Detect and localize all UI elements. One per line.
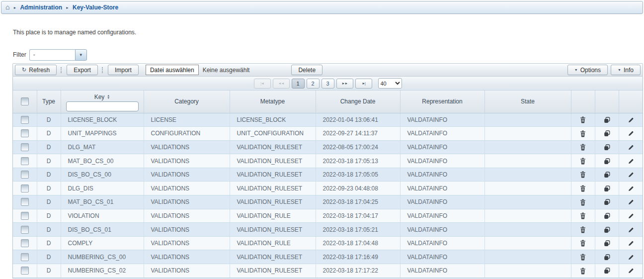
copy-row-button[interactable] (604, 172, 610, 178)
chevron-down-icon: ▼ (574, 68, 578, 72)
row-checkbox[interactable] (21, 129, 29, 137)
edit-row-button[interactable] (628, 268, 634, 274)
table-header-row: Type Key ▲ ▼ Category Metat (13, 91, 643, 113)
copy-icon (604, 254, 610, 261)
copy-row-button[interactable] (604, 227, 610, 233)
options-menu-button[interactable]: ▼ Options (567, 65, 608, 75)
home-icon[interactable]: ⌂ (5, 3, 9, 10)
info-menu-button[interactable]: ▼ Info (611, 65, 641, 75)
edit-row-button[interactable] (628, 130, 634, 137)
filter-dropdown[interactable]: - ▼ (29, 49, 87, 61)
cell-representation: VALDATAINFO (400, 223, 484, 237)
delete-row-button[interactable] (580, 268, 586, 275)
delete-row-button[interactable] (580, 144, 586, 151)
page-description: This place is to manage named configurat… (13, 29, 644, 36)
cell-state (484, 127, 571, 141)
cell-representation: VALDATAINFO (400, 236, 484, 250)
edit-row-button[interactable] (628, 240, 634, 247)
edit-row-button[interactable] (628, 172, 634, 178)
edit-row-button[interactable] (628, 186, 634, 192)
edit-row-button[interactable] (628, 227, 634, 233)
cell-metatype: VALIDATION_RULE (230, 209, 316, 223)
page-button-2[interactable]: 2 (307, 79, 320, 89)
cell-change-date: 2022-01-04 13:06:41 (316, 113, 400, 127)
cell-copy (595, 154, 619, 168)
row-checkbox[interactable] (21, 171, 29, 179)
cell-change-date: 2022-08-05 17:00:24 (316, 140, 400, 154)
row-checkbox[interactable] (21, 157, 29, 165)
row-checkbox[interactable] (21, 253, 29, 261)
row-checkbox[interactable] (21, 143, 29, 151)
copy-row-button[interactable] (604, 213, 610, 219)
previous-page-button[interactable]: ◄◄ (273, 79, 290, 89)
edit-row-button[interactable] (628, 144, 634, 151)
row-checkbox-cell (13, 182, 37, 195)
edit-row-button[interactable] (628, 158, 634, 165)
cell-state (484, 140, 571, 154)
last-page-button[interactable]: ►| (355, 79, 372, 89)
delete-row-button[interactable] (580, 116, 586, 123)
first-page-button[interactable]: |◄ (254, 79, 271, 89)
delete-row-button[interactable] (580, 171, 586, 178)
page-button-1[interactable]: 1 (292, 79, 305, 89)
row-checkbox[interactable] (21, 212, 29, 220)
cell-type: D (37, 154, 61, 168)
cell-change-date: 2022-03-18 17:05:13 (316, 154, 400, 168)
copy-row-button[interactable] (604, 240, 610, 247)
cell-type: D (37, 168, 61, 182)
cell-representation: VALDATAINFO (400, 264, 484, 278)
next-page-button[interactable]: ►► (336, 79, 353, 89)
select-all-checkbox[interactable] (21, 97, 29, 105)
copy-row-button[interactable] (604, 186, 610, 192)
table-row: D NUMBERING_CS_00 VALIDATIONS VALIDATION… (13, 250, 643, 264)
delete-row-button[interactable] (580, 226, 586, 233)
row-checkbox[interactable] (21, 267, 29, 275)
refresh-button[interactable]: ↻ Refresh (15, 65, 57, 75)
export-button[interactable]: Export (67, 65, 98, 75)
sort-icon[interactable]: ▲ ▼ (107, 94, 110, 99)
copy-row-button[interactable] (604, 268, 610, 274)
page-button-3[interactable]: 3 (322, 79, 334, 89)
row-checkbox[interactable] (21, 116, 29, 124)
copy-row-button[interactable] (604, 199, 610, 205)
edit-row-button[interactable] (628, 199, 634, 205)
edit-row-button[interactable] (628, 254, 634, 261)
copy-row-button[interactable] (604, 130, 610, 137)
breadcrumb-administration[interactable]: Administration (20, 4, 62, 11)
delete-row-button[interactable] (580, 254, 586, 261)
column-label-key[interactable]: Key (94, 93, 105, 100)
copy-row-button[interactable] (604, 158, 610, 165)
cell-key: LICENSE_BLOCK (61, 113, 144, 127)
delete-button[interactable]: Delete (291, 65, 322, 75)
import-button[interactable]: Import (108, 65, 139, 75)
cell-delete (571, 209, 595, 223)
options-label: Options (580, 67, 601, 74)
page-size-select[interactable]: 40 (378, 78, 402, 89)
key-value-table: Type Key ▲ ▼ Category Metat (13, 91, 643, 278)
copy-row-button[interactable] (604, 144, 610, 151)
chevron-down-icon[interactable]: ▼ (75, 49, 87, 61)
row-checkbox[interactable] (21, 185, 29, 192)
delete-row-button[interactable] (580, 212, 586, 219)
copy-icon (604, 144, 610, 151)
edit-row-button[interactable] (628, 213, 634, 219)
delete-row-button[interactable] (580, 130, 586, 137)
delete-row-button[interactable] (580, 185, 586, 192)
pencil-icon (628, 213, 634, 219)
refresh-label: Refresh (29, 67, 50, 74)
copy-row-button[interactable] (604, 117, 610, 123)
column-header-type: Type (37, 91, 61, 113)
row-checkbox[interactable] (21, 226, 29, 234)
delete-row-button[interactable] (580, 240, 586, 247)
delete-row-button[interactable] (580, 199, 586, 206)
column-label-representation: Representation (422, 98, 462, 105)
cell-key: DIS_BO_CS_01 (61, 223, 144, 237)
copy-row-button[interactable] (604, 254, 610, 261)
delete-row-button[interactable] (580, 158, 586, 165)
key-filter-input[interactable] (66, 101, 139, 111)
file-choose-button[interactable]: Datei auswählen (146, 65, 199, 75)
breadcrumb-key-value-store[interactable]: Key-Value-Store (73, 4, 118, 11)
row-checkbox[interactable] (21, 198, 29, 206)
row-checkbox[interactable] (21, 239, 29, 247)
edit-row-button[interactable] (628, 117, 634, 123)
